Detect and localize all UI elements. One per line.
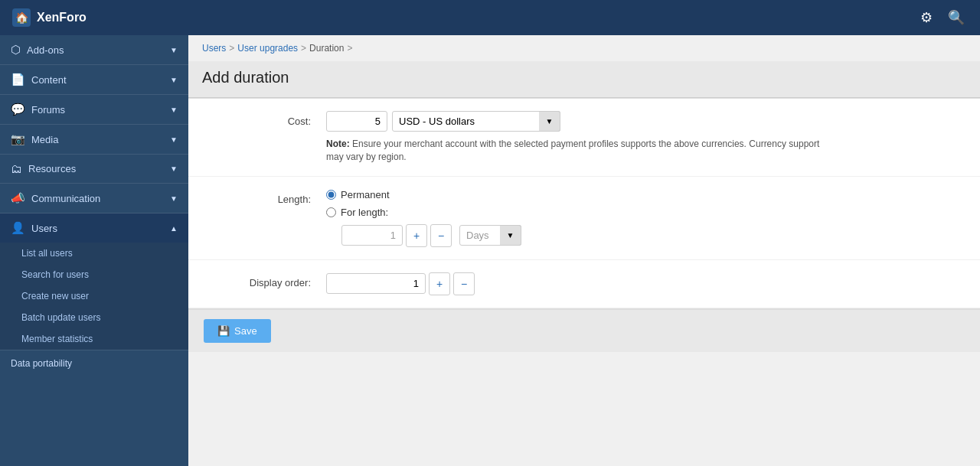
- users-label: Users: [31, 223, 170, 234]
- cost-controls: USD - US dollars EUR - Euro GBP - Britis…: [326, 111, 965, 164]
- currency-select[interactable]: USD - US dollars EUR - Euro GBP - Britis…: [392, 111, 560, 132]
- cost-group: USD - US dollars EUR - Euro GBP - Britis…: [326, 111, 965, 132]
- cost-input[interactable]: [326, 111, 387, 132]
- communication-label: Communication: [31, 193, 170, 204]
- for-length-radio[interactable]: [326, 207, 336, 217]
- display-order-controls: + −: [326, 272, 965, 295]
- breadcrumb: Users > User upgrades > Duration >: [188, 35, 980, 61]
- permanent-option: Permanent: [326, 189, 965, 200]
- forums-label: Forums: [31, 104, 170, 116]
- permanent-radio[interactable]: [326, 190, 336, 200]
- sidebar-item-list-all-users[interactable]: List all users: [0, 243, 188, 264]
- search-icon[interactable]: 🔍: [945, 6, 968, 29]
- form-card: Cost: USD - US dollars EUR - Euro GBP - …: [188, 98, 980, 309]
- sidebar-section-users: 👤 Users ▲ List all users Search for user…: [0, 213, 188, 350]
- content-label: Content: [31, 74, 170, 86]
- gear-icon[interactable]: ⚙: [917, 6, 936, 29]
- length-controls: Permanent For length: + − Days Wee: [326, 189, 965, 247]
- chevron-down-icon: ▼: [170, 106, 178, 114]
- main-content: Users > User upgrades > Duration > Add d…: [188, 35, 980, 466]
- length-input-group: + − Days Weeks Months Years ▼: [341, 224, 965, 247]
- sidebar: ⬡ Add-ons ▼ 📄 Content ▼ 💬 Forums ▼ 📷: [0, 35, 188, 466]
- currency-select-wrapper: USD - US dollars EUR - Euro GBP - Britis…: [392, 111, 560, 132]
- days-select[interactable]: Days Weeks Months Years: [459, 225, 521, 246]
- page-title: Add duration: [202, 69, 966, 86]
- save-icon: 💾: [217, 325, 230, 337]
- page-title-bar: Add duration: [188, 61, 980, 98]
- breadcrumb-sep-3: >: [347, 43, 352, 54]
- addons-label: Add-ons: [27, 44, 170, 56]
- sidebar-item-data-portability[interactable]: Data portability: [0, 350, 188, 376]
- topnav-actions: ⚙ 🔍: [917, 6, 968, 29]
- sidebar-item-content[interactable]: 📄 Content ▼: [0, 65, 188, 94]
- chevron-down-icon: ▼: [170, 76, 178, 84]
- display-order-row: Display order: + −: [188, 260, 980, 308]
- length-label: Length:: [204, 189, 326, 205]
- length-increment-button[interactable]: +: [406, 224, 427, 247]
- resources-icon: 🗂: [11, 162, 22, 175]
- forums-icon: 💬: [11, 103, 25, 116]
- sidebar-item-batch-update-users[interactable]: Batch update users: [0, 307, 188, 328]
- for-length-option: For length:: [326, 207, 965, 218]
- cost-note: Note: Ensure your merchant account with …: [326, 138, 824, 164]
- cost-row: Cost: USD - US dollars EUR - Euro GBP - …: [188, 99, 980, 177]
- users-icon: 👤: [11, 221, 25, 235]
- length-row: Length: Permanent For length: + −: [188, 177, 980, 260]
- communication-icon: 📣: [11, 191, 25, 205]
- note-content: Ensure your merchant account with the se…: [326, 138, 819, 162]
- length-value-input[interactable]: [341, 225, 403, 246]
- sidebar-section-resources: 🗂 Resources ▼: [0, 155, 188, 184]
- media-label: Media: [31, 134, 170, 145]
- sidebar-item-search-for-users[interactable]: Search for users: [0, 264, 188, 285]
- chevron-down-icon: ▼: [170, 46, 178, 54]
- sidebar-item-communication[interactable]: 📣 Communication ▼: [0, 184, 188, 213]
- save-button[interactable]: 💾 Save: [204, 319, 271, 343]
- resources-label: Resources: [28, 163, 170, 174]
- chevron-down-icon: ▼: [170, 165, 178, 173]
- sidebar-item-member-statistics[interactable]: Member statistics: [0, 328, 188, 350]
- sidebar-item-media[interactable]: 📷 Media ▼: [0, 125, 188, 154]
- chevron-down-icon: ▼: [170, 194, 178, 203]
- sidebar-section-content: 📄 Content ▼: [0, 65, 188, 95]
- sidebar-item-resources[interactable]: 🗂 Resources ▼: [0, 155, 188, 183]
- sidebar-section-media: 📷 Media ▼: [0, 125, 188, 155]
- save-label: Save: [234, 325, 257, 337]
- breadcrumb-sep-1: >: [229, 43, 234, 54]
- sidebar-item-forums[interactable]: 💬 Forums ▼: [0, 95, 188, 124]
- permanent-label[interactable]: Permanent: [341, 189, 390, 200]
- display-order-input[interactable]: [326, 273, 426, 294]
- cost-label: Cost:: [204, 111, 326, 127]
- sidebar-section-addons: ⬡ Add-ons ▼: [0, 35, 188, 65]
- sidebar-item-addons[interactable]: ⬡ Add-ons ▼: [0, 35, 188, 64]
- breadcrumb-user-upgrades[interactable]: User upgrades: [237, 43, 298, 54]
- users-submenu: List all users Search for users Create n…: [0, 243, 188, 350]
- chevron-up-icon: ▲: [170, 224, 178, 233]
- brand-name: XenForo: [37, 11, 87, 24]
- display-order-increment-button[interactable]: +: [429, 272, 450, 295]
- top-navigation: 🏠 XenForo ⚙ 🔍: [0, 0, 980, 35]
- note-label: Note:: [326, 138, 350, 149]
- chevron-down-icon: ▼: [170, 135, 178, 144]
- brand-logo[interactable]: 🏠 XenForo: [12, 8, 917, 27]
- sidebar-section-communication: 📣 Communication ▼: [0, 184, 188, 213]
- breadcrumb-users[interactable]: Users: [202, 43, 226, 54]
- content-icon: 📄: [11, 73, 25, 86]
- action-bar: 💾 Save: [188, 309, 980, 352]
- days-select-wrapper: Days Weeks Months Years ▼: [459, 225, 521, 246]
- sidebar-item-users[interactable]: 👤 Users ▲: [0, 213, 188, 243]
- breadcrumb-sep-2: >: [301, 43, 306, 54]
- sidebar-item-create-new-user[interactable]: Create new user: [0, 285, 188, 307]
- display-order-decrement-button[interactable]: −: [453, 272, 475, 295]
- display-order-label: Display order:: [204, 272, 326, 288]
- sidebar-section-forums: 💬 Forums ▼: [0, 95, 188, 125]
- breadcrumb-duration: Duration: [309, 43, 344, 54]
- home-icon[interactable]: 🏠: [12, 8, 31, 27]
- length-decrement-button[interactable]: −: [430, 224, 452, 247]
- addons-icon: ⬡: [11, 43, 21, 57]
- media-icon: 📷: [11, 132, 25, 146]
- display-order-group: + −: [326, 272, 965, 295]
- for-length-label[interactable]: For length:: [341, 207, 388, 218]
